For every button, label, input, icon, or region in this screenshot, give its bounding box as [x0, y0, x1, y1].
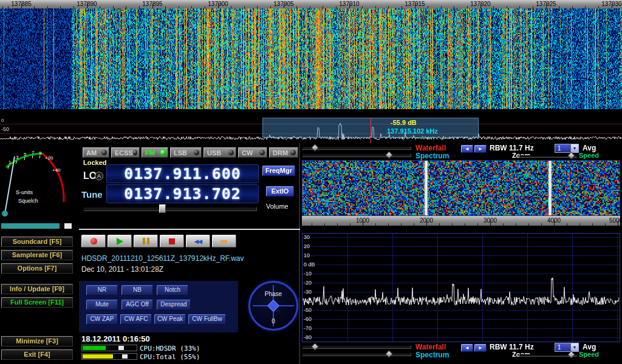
waterfall-contrast-thumb-2[interactable] [311, 343, 319, 351]
mode-button-lsb[interactable]: LSB [170, 147, 202, 158]
level-bar[interactable] [1, 223, 72, 229]
spectrum-contrast-thumb[interactable] [385, 151, 393, 159]
samplerate-button[interactable]: Samplerate [F6] [1, 250, 73, 260]
cw-peak-button[interactable]: CW Peak [154, 314, 186, 325]
play-button[interactable] [108, 235, 132, 248]
soundcard-button[interactable]: Soundcard [F5] [1, 237, 73, 247]
freq-label: 137915 [397, 1, 433, 7]
speed-slider-thumb[interactable] [567, 152, 575, 160]
notch-button[interactable]: Notch [157, 285, 188, 295]
meter-tick-label: +40 [52, 167, 61, 173]
mini-spectrum-strip[interactable]: 0 -50 -55.9 dB 137.915.102 kHz [0, 118, 622, 143]
lo-a-badge[interactable]: A [95, 172, 103, 180]
zoom-scale-label: 3000 [478, 217, 502, 224]
info-update-button[interactable]: Info / Update [F9] [1, 284, 73, 294]
play-icon [117, 238, 123, 245]
zoom-out-button-2[interactable]: ◄ [461, 344, 473, 352]
cpu-hdsdr-text: CPU:HDSDR (33%) [140, 345, 200, 352]
freq-label: 137895 [134, 1, 171, 7]
extio-button[interactable]: ExtIO [266, 186, 294, 197]
mode-led-icon [160, 150, 166, 155]
phase-label: Phase [250, 291, 296, 297]
stop-icon [169, 238, 175, 244]
mode-led-icon [101, 150, 107, 155]
cw-fullbw-button[interactable]: CW FullBw [188, 314, 226, 325]
avg-select-2[interactable]: 1 ▼ [555, 343, 579, 352]
locked-indicator: Locked [83, 159, 107, 166]
db-scale-label: -10 [304, 271, 320, 277]
mode-led-icon [290, 150, 296, 155]
cpu-hdsdr-fill [83, 346, 106, 350]
rewind-button[interactable]: ◀◀ [186, 235, 210, 248]
speed-label: Speed [579, 152, 599, 159]
meter-tick-label: +20 [45, 155, 53, 161]
avg-select-value: 1 [555, 145, 570, 152]
zoom-out-button[interactable]: ◄ [461, 145, 473, 153]
agc-button[interactable]: AGC Off [121, 300, 153, 310]
zoom-scale-label: 2000 [414, 217, 439, 224]
nr-button[interactable]: NR [86, 285, 118, 295]
record-button[interactable] [81, 235, 106, 248]
mute-button[interactable]: Mute [86, 300, 118, 310]
avg-select[interactable]: 1 ▼ [555, 144, 579, 153]
speed-slider-thumb-2[interactable] [567, 351, 575, 359]
cpu-total-mark [122, 354, 128, 359]
spectrum-display[interactable] [302, 234, 620, 342]
rbw-readout-2: RBW 11.7 Hz [490, 343, 534, 351]
mode-button-fm[interactable]: FM [142, 147, 168, 158]
frequency-ruler[interactable]: 137885 137890 137895 137900 137905 13791… [0, 0, 622, 8]
spectrum-contrast-thumb-2[interactable] [385, 350, 393, 358]
mode-button-usb[interactable]: USB [203, 147, 236, 158]
mode-button-ecss[interactable]: ECSS [111, 147, 140, 158]
mode-button-cw[interactable]: CW [238, 147, 267, 158]
lo-frequency-display[interactable]: 0137.911.600 [106, 164, 259, 183]
arrow-left-icon: ◄ [465, 146, 470, 152]
level-bar-gap [60, 223, 64, 229]
options-button[interactable]: Options [F7] [1, 263, 73, 274]
zoom-scale-label: 5000 [604, 217, 622, 224]
fullscreen-button[interactable]: Full Screen [F11] [1, 297, 73, 308]
spectrum-contrast-slider-2[interactable] [302, 352, 411, 356]
zoom-in-button-2[interactable]: ► [474, 344, 487, 352]
minimize-button[interactable]: Minimize [F3] [1, 336, 73, 346]
tune-cursor-line [371, 118, 371, 143]
zoom-waterfall-display[interactable] [302, 161, 620, 215]
cw-zap-button[interactable]: CW ZAP [86, 314, 118, 325]
zoom-scale-label: 1000 [350, 217, 375, 224]
mode-label: AM [86, 149, 97, 157]
level-bar-mark [64, 223, 72, 229]
volume-slider-track[interactable] [83, 207, 257, 211]
zoom-waterfall-frame [302, 160, 620, 216]
mode-button-drm[interactable]: DRM [269, 147, 298, 158]
nb-button[interactable]: NB [121, 285, 153, 295]
mode-button-am[interactable]: AM [83, 147, 109, 158]
despread-button[interactable]: Despread [157, 300, 191, 310]
avg-label: Avg [583, 144, 596, 152]
pause-button[interactable] [134, 235, 158, 248]
meter-units-label: S-units [16, 189, 33, 195]
mode-led-icon [194, 150, 199, 155]
zoom-frequency-ruler[interactable]: 1000 2000 3000 4000 5000 [302, 216, 620, 226]
loop-button[interactable]: ∞ [212, 235, 236, 248]
waterfall-label: Waterfall [415, 144, 446, 152]
mini-db-fifty: -50 [1, 126, 9, 132]
db-scale-label: -50 [304, 307, 320, 313]
db-scale-label: -60 [304, 316, 320, 322]
speed-label-2: Speed [579, 351, 599, 358]
waterfall-label-2: Waterfall [415, 343, 446, 351]
cw-afc-button[interactable]: CW AFC [120, 314, 152, 325]
datetime-display: 18.12.2011 0:16:50 [81, 334, 150, 343]
exit-button[interactable]: Exit [F4] [1, 349, 73, 360]
tune-frequency-display[interactable]: 0137.913.702 [106, 184, 259, 203]
volume-label: Volume [266, 203, 289, 210]
main-waterfall-display[interactable] [0, 0, 622, 109]
volume-slider-thumb[interactable] [159, 204, 166, 213]
stop-button[interactable] [160, 235, 184, 248]
waterfall-contrast-thumb[interactable] [311, 144, 319, 152]
spectrum-contrast-slider[interactable] [302, 153, 411, 157]
db-scale-label: -80 [304, 334, 320, 340]
zoom-in-button[interactable]: ► [474, 145, 487, 153]
freqmgr-button[interactable]: FreqMgr [262, 166, 295, 176]
db-scale-label: 30 [304, 234, 320, 240]
s-meter[interactable]: 1 3 5 7 9 +20 +40 S-units Squelch [0, 146, 68, 222]
